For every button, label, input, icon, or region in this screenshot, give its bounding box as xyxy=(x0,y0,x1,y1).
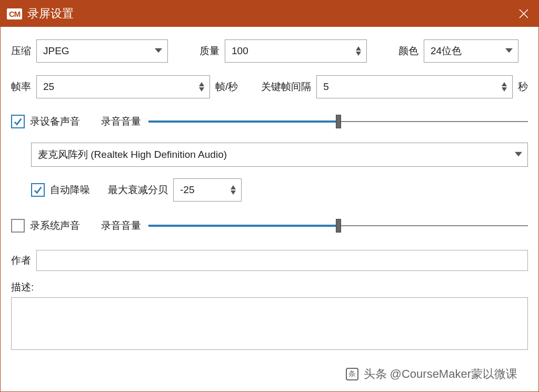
max-attenuation-label: 最大衰减分贝 xyxy=(108,183,168,197)
check-icon xyxy=(33,185,43,195)
system-volume-slider[interactable] xyxy=(148,215,528,236)
description-label: 描述: xyxy=(11,282,34,293)
auto-denoise-checkbox[interactable] xyxy=(31,183,45,197)
auto-denoise-label: 自动降噪 xyxy=(50,183,90,197)
keyframe-spinner[interactable]: 5 xyxy=(316,75,513,98)
svg-marker-11 xyxy=(231,185,236,189)
check-icon xyxy=(13,221,23,230)
author-label: 作者 xyxy=(11,254,31,267)
record-device-checkbox[interactable] xyxy=(11,115,25,128)
spinner-arrows-icon xyxy=(231,185,236,195)
fps-value: 25 xyxy=(43,81,54,93)
svg-marker-10 xyxy=(515,152,522,156)
svg-marker-5 xyxy=(505,48,513,53)
chevron-down-icon xyxy=(155,45,162,57)
chevron-down-icon xyxy=(505,45,513,57)
spinner-arrows-icon xyxy=(502,82,507,92)
row-audio-device: 麦克风阵列 (Realtek High Definition Audio) xyxy=(31,143,528,167)
app-logo: CM xyxy=(7,8,22,19)
color-dropdown[interactable]: 24位色 xyxy=(424,39,518,63)
max-attenuation-value: -25 xyxy=(180,184,194,196)
fps-label: 帧率 xyxy=(11,80,31,94)
record-system-label: 录系统声音 xyxy=(30,219,80,233)
svg-marker-7 xyxy=(199,87,204,92)
svg-marker-3 xyxy=(356,46,361,51)
keyframe-value: 5 xyxy=(323,81,329,93)
spinner-arrows-icon xyxy=(356,46,361,56)
chevron-down-icon xyxy=(515,149,522,160)
row-auto-denoise: 自动降噪 最大衰减分贝 -25 xyxy=(31,178,528,202)
quality-value: 100 xyxy=(232,45,248,57)
compress-dropdown[interactable]: JPEG xyxy=(36,39,168,63)
row-author: 作者 xyxy=(11,250,528,271)
system-volume-label: 录音音量 xyxy=(101,219,141,233)
device-volume-label: 录音音量 xyxy=(101,115,141,128)
keyframe-label: 关键帧间隔 xyxy=(261,80,311,94)
keyframe-unit: 秒 xyxy=(518,80,528,94)
quality-spinner[interactable]: 100 xyxy=(225,39,367,63)
watermark-icon: 条 xyxy=(346,368,358,380)
color-value: 24位色 xyxy=(431,44,462,58)
check-icon xyxy=(13,117,23,126)
row-description: 描述: xyxy=(11,280,528,353)
device-volume-slider[interactable] xyxy=(148,111,528,132)
svg-marker-8 xyxy=(502,82,507,86)
row-record-device: 录设备声音 录音音量 xyxy=(11,111,528,132)
record-system-checkbox[interactable] xyxy=(11,219,25,233)
description-textarea[interactable] xyxy=(11,297,528,350)
row-record-system: 录系统声音 录音音量 xyxy=(11,215,528,236)
window-title: 录屏设置 xyxy=(27,6,74,22)
svg-marker-6 xyxy=(199,82,204,86)
audio-device-dropdown[interactable]: 麦克风阵列 (Realtek High Definition Audio) xyxy=(31,143,528,167)
max-attenuation-spinner[interactable]: -25 xyxy=(173,178,242,202)
svg-marker-12 xyxy=(231,190,236,195)
close-button[interactable] xyxy=(509,1,538,27)
close-icon xyxy=(518,8,529,19)
svg-marker-4 xyxy=(356,52,361,56)
content-area: 压缩 JPEG 质量 100 颜色 24位色 帧率 25 xyxy=(1,27,538,353)
row-compress-quality-color: 压缩 JPEG 质量 100 颜色 24位色 xyxy=(11,39,528,63)
row-fps-keyframe: 帧率 25 帧/秒 关键帧间隔 5 秒 xyxy=(11,75,528,98)
author-input[interactable] xyxy=(36,250,528,271)
watermark-text: 条 头条 @CourseMaker蒙以微课 xyxy=(346,366,518,382)
titlebar: CM 录屏设置 xyxy=(1,1,538,27)
fps-spinner[interactable]: 25 xyxy=(36,75,210,98)
quality-label: 质量 xyxy=(199,44,219,58)
record-device-label: 录设备声音 xyxy=(30,115,80,128)
color-label: 颜色 xyxy=(398,44,418,58)
compress-label: 压缩 xyxy=(11,44,31,58)
svg-marker-9 xyxy=(502,87,507,92)
compress-value: JPEG xyxy=(43,45,69,57)
fps-unit: 帧/秒 xyxy=(215,80,238,94)
svg-marker-2 xyxy=(155,48,162,53)
audio-device-value: 麦克风阵列 (Realtek High Definition Audio) xyxy=(38,148,227,162)
spinner-arrows-icon xyxy=(199,82,204,92)
